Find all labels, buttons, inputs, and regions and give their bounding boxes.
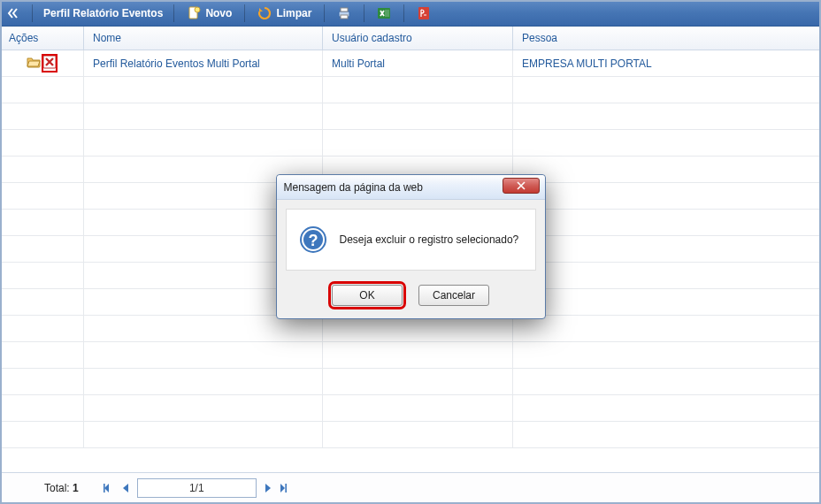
svg-rect-10: [285, 484, 287, 493]
question-icon: ?: [299, 225, 327, 254]
export-pdf-button[interactable]: [411, 4, 436, 22]
svg-rect-6: [385, 10, 389, 17]
separator: [244, 4, 245, 22]
novo-label: Novo: [205, 7, 232, 19]
svg-text:?: ?: [308, 232, 318, 249]
new-document-icon: [187, 6, 201, 20]
pager: [104, 478, 290, 498]
dialog-buttons: OK Cancelar: [277, 279, 545, 318]
cell-acoes: [0, 50, 84, 76]
collapse-panel-button[interactable]: [5, 6, 25, 20]
total-label: Total: 1: [44, 482, 79, 494]
export-excel-button[interactable]: [372, 4, 396, 22]
folder-open-icon: [27, 55, 41, 69]
separator: [32, 4, 33, 22]
col-header-pessoa[interactable]: Pessoa: [513, 27, 821, 50]
page-input[interactable]: [137, 478, 257, 498]
svg-rect-4: [341, 15, 348, 19]
novo-button[interactable]: Novo: [181, 4, 237, 22]
separator: [324, 4, 325, 22]
dialog-message: Deseja excluir o registro selecionado?: [340, 233, 519, 246]
delete-row-button[interactable]: [42, 55, 57, 72]
toolbar: Perfil Relatório Eventos Novo Limpar: [0, 0, 821, 27]
dialog-title-text: Mensagem da página da web: [284, 181, 423, 194]
delete-x-icon: [42, 55, 57, 69]
cell-nome: Perfil Relatório Eventos Multi Portal: [84, 50, 323, 76]
first-page-icon[interactable]: [104, 483, 114, 493]
limpar-button[interactable]: Limpar: [252, 4, 317, 22]
table-row-empty: [0, 77, 821, 103]
dialog-body: ? Deseja excluir o registro selecionado?: [286, 209, 536, 271]
table-row-empty: [0, 342, 821, 369]
print-button[interactable]: [332, 4, 357, 22]
close-icon: [516, 181, 526, 190]
svg-rect-7: [418, 7, 429, 19]
svg-point-1: [195, 7, 200, 12]
table-row-empty: [0, 130, 821, 157]
table-row-empty: [0, 103, 821, 130]
pager-footer: Total: 1: [2, 472, 819, 502]
dialog-titlebar[interactable]: Mensagem da página da web: [277, 175, 545, 200]
next-page-icon[interactable]: [264, 483, 272, 493]
col-header-nome[interactable]: Nome: [84, 27, 323, 50]
last-page-icon[interactable]: [280, 483, 290, 493]
table-row-empty: [0, 369, 821, 395]
cell-usuario: Multi Portal: [323, 50, 513, 76]
refresh-icon: [257, 6, 272, 20]
grid-header: Ações Nome Usuário cadastro Pessoa: [0, 27, 821, 50]
prev-page-icon[interactable]: [121, 483, 130, 493]
svg-rect-9: [104, 484, 105, 493]
cancel-button[interactable]: Cancelar: [418, 285, 489, 306]
col-header-usuario[interactable]: Usuário cadastro: [323, 27, 513, 50]
table-row-empty: [0, 395, 821, 422]
table-row-empty: [0, 422, 821, 448]
page-title: Perfil Relatório Eventos: [40, 7, 166, 19]
excel-icon: [377, 6, 391, 20]
dialog-close-button[interactable]: [503, 178, 540, 194]
confirm-dialog: Mensagem da página da web ? Deseja exclu…: [276, 174, 546, 319]
printer-icon: [337, 6, 351, 20]
table-row[interactable]: Perfil Relatório Eventos Multi PortalMul…: [0, 50, 821, 77]
ok-button[interactable]: OK: [332, 285, 403, 306]
svg-rect-3: [341, 8, 348, 11]
edit-row-button[interactable]: [27, 55, 41, 72]
table-row-empty: [0, 316, 821, 342]
separator: [403, 4, 404, 22]
limpar-label: Limpar: [276, 7, 311, 19]
col-header-acoes[interactable]: Ações: [0, 27, 84, 50]
double-chevron-left-icon: [5, 6, 19, 20]
separator: [173, 4, 174, 22]
total-value: 1: [73, 482, 79, 494]
separator: [364, 4, 364, 22]
cell-pessoa: EMPRESA MULTI PORTAL: [513, 50, 821, 76]
total-text: Total:: [44, 482, 70, 494]
pdf-icon: [417, 6, 431, 20]
